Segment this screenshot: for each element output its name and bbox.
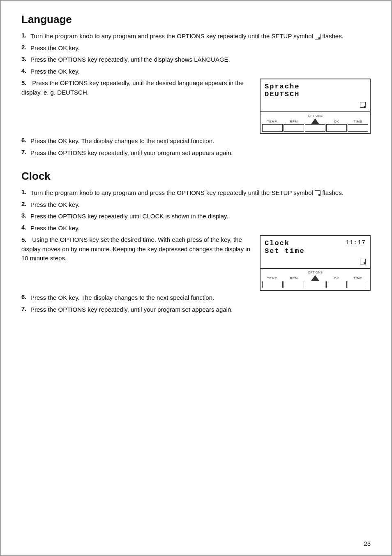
language-display-screen: Sprache DEUTSCH — [261, 79, 370, 112]
step-content: Press the OK key. The display changes to… — [30, 293, 371, 303]
key-label-time: TIME — [353, 120, 362, 123]
step-number: 2. — [21, 200, 30, 207]
key-label-rpm: RPM — [290, 120, 297, 123]
display-line1: Sprache — [265, 83, 366, 90]
step-number: 4. — [21, 224, 30, 231]
step-content: Press the OK key. — [30, 224, 371, 233]
step-number: 2. — [21, 44, 30, 51]
clock-key-ok: OK — [326, 276, 347, 288]
setup-symbol-icon — [315, 34, 321, 39]
key-rpm: RPM — [284, 120, 304, 132]
key-time: TIME — [348, 120, 368, 132]
step-5-text: 5. Press the OPTIONS key repeatedly, unt… — [21, 79, 251, 97]
list-item: 7. Press the OPTIONS key repeatedly, unt… — [21, 305, 371, 315]
arrow-up-icon — [311, 118, 319, 124]
step-content: Turn the program knob to any program and… — [30, 32, 371, 41]
step-content: Press the OK key. — [30, 200, 371, 210]
clock-key-box-options[interactable] — [305, 281, 325, 288]
language-display-panel: Sprache DEUTSCH TEMP. RPM — [260, 79, 371, 134]
setup-symbol-display-clock — [360, 259, 366, 264]
step-content: Using the OPTIONS key set the desired ti… — [21, 236, 250, 262]
list-item: 4. Press the OK key. — [21, 67, 371, 76]
key-box-time[interactable] — [348, 124, 368, 132]
key-box-ok[interactable] — [326, 124, 347, 132]
clock-key-label-rpm: RPM — [290, 276, 297, 280]
step-content: Press the OPTIONS key repeatedly, until … — [30, 55, 371, 65]
list-item: 1. Turn the program knob to any program … — [21, 188, 371, 198]
key-options: OPTIONS — [305, 114, 325, 132]
key-label-ok: OK — [334, 120, 339, 123]
step-number: 6. — [21, 137, 30, 144]
key-ok: OK — [326, 120, 347, 132]
clock-display-keys: TEMP. RPM OPTIONS OK — [261, 269, 370, 290]
step-content: Press the OPTIONS key repeatedly, until … — [30, 305, 371, 315]
list-item: 2. Press the OK key. — [21, 44, 371, 53]
clock-key-label-ok: OK — [334, 276, 339, 280]
step-5-clock-text: 5. Using the OPTIONS key set the desired… — [21, 235, 251, 263]
clock-key-rpm: RPM — [284, 276, 304, 288]
step-content: Press the OPTIONS key repeatedly, until … — [30, 148, 371, 158]
display-line2: DEUTSCH — [265, 90, 366, 98]
clock-steps: 1. Turn the program knob to any program … — [21, 188, 371, 314]
step-content: Turn the program knob to any program and… — [30, 188, 371, 198]
key-box-options[interactable] — [305, 124, 325, 132]
list-item: 6. Press the OK key. The display changes… — [21, 137, 371, 146]
display-line2-clock: Set time — [265, 247, 366, 255]
page-number: 23 — [364, 540, 371, 547]
key-temp: TEMP. — [262, 120, 283, 132]
step-content: Press the OK key. — [30, 67, 371, 76]
step-content: Press the OK key. The display changes to… — [30, 137, 371, 146]
clock-key-label-temp: TEMP. — [267, 276, 278, 280]
setup-symbol-icon-clock — [315, 190, 321, 196]
key-label-temp: TEMP. — [267, 120, 278, 123]
display-line1-clock: Clock — [265, 239, 290, 247]
clock-key-options: OPTIONS — [305, 271, 325, 288]
list-item-5: 5. Press the OPTIONS key repeatedly, unt… — [21, 79, 371, 134]
step-5-clock-with-display: 5. Using the OPTIONS key set the desired… — [21, 235, 371, 291]
step-number: 1. — [21, 188, 30, 195]
key-box-rpm[interactable] — [284, 124, 304, 132]
clock-section: Clock 1. Turn the program knob to any pr… — [21, 170, 371, 314]
clock-key-box-time[interactable] — [348, 281, 368, 288]
clock-key-box-ok[interactable] — [326, 281, 347, 288]
key-box-temp[interactable] — [262, 124, 283, 132]
clock-key-time: TIME — [348, 276, 368, 288]
step-number: 4. — [21, 67, 30, 74]
key-label-options: OPTIONS — [308, 114, 323, 118]
step-content: Press the OPTIONS key repeatedly until C… — [30, 212, 371, 221]
clock-title: Clock — [21, 170, 371, 183]
list-item: 3. Press the OPTIONS key repeatedly, unt… — [21, 55, 371, 65]
language-title: Language — [21, 13, 371, 26]
language-section: Language 1. Turn the program knob to any… — [21, 13, 371, 158]
step-number: 1. — [21, 32, 30, 39]
setup-icon — [360, 102, 366, 108]
step-number: 7. — [21, 148, 30, 155]
clock-key-box-temp[interactable] — [262, 281, 283, 288]
list-item-5-clock: 5. Using the OPTIONS key set the desired… — [21, 235, 371, 291]
list-item: 4. Press the OK key. — [21, 224, 371, 233]
step-number: 5. — [21, 236, 30, 243]
display-keys: TEMP. RPM OPTIONS OK — [261, 112, 370, 133]
step-content: Press the OK key. — [30, 44, 371, 53]
step-5-with-display: 5. Press the OPTIONS key repeatedly, unt… — [21, 79, 371, 134]
language-steps: 1. Turn the program knob to any program … — [21, 32, 371, 158]
clock-display-screen: Clock 11:17 Set time — [261, 236, 370, 269]
clock-key-box-rpm[interactable] — [284, 281, 304, 288]
list-item: 2. Press the OK key. — [21, 200, 371, 210]
clock-arrow-up-icon — [311, 275, 319, 281]
step-content: Press the OPTIONS key repeatedly, until … — [21, 79, 244, 96]
step-number: 7. — [21, 305, 30, 312]
list-item: 3. Press the OPTIONS key repeatedly unti… — [21, 212, 371, 221]
step-number: 3. — [21, 55, 30, 62]
setup-symbol-display — [360, 102, 366, 108]
list-item: 6. Press the OK key. The display changes… — [21, 293, 371, 303]
step-number: 6. — [21, 293, 30, 300]
clock-display-panel: Clock 11:17 Set time TEMP. — [260, 235, 371, 291]
clock-key-temp: TEMP. — [262, 276, 283, 288]
list-item: 7. Press the OPTIONS key repeatedly, unt… — [21, 148, 371, 158]
step-number: 3. — [21, 212, 30, 219]
clock-time-row: Clock 11:17 — [265, 239, 366, 247]
step-number: 5. — [21, 79, 30, 86]
clock-key-label-time: TIME — [353, 276, 362, 280]
clock-key-label-options: OPTIONS — [308, 271, 323, 274]
